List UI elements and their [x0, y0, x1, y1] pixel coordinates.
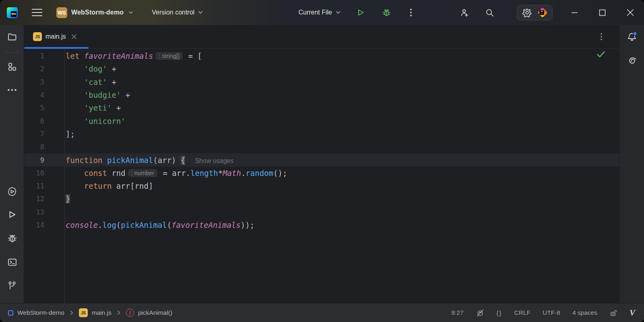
editor-options-button[interactable]	[601, 25, 602, 48]
vcs-widget[interactable]: Version control	[152, 9, 204, 16]
line-ending-widget[interactable]: CRLF	[514, 309, 530, 316]
code-token: Math	[223, 169, 241, 178]
stripe-divider	[6, 52, 19, 53]
structure-tool-button[interactable]	[4, 59, 20, 75]
code-line[interactable]: 1let favoriteAnimals: string[] = [	[24, 50, 619, 62]
code-line[interactable]: 3 'cat' +	[24, 76, 619, 89]
run-configuration-widget[interactable]: Current File	[298, 9, 341, 16]
code-text: 'budgie' +	[66, 91, 130, 99]
debug-button[interactable]	[378, 4, 394, 21]
indent-widget[interactable]: 4 spaces	[572, 309, 597, 316]
notifications-button[interactable]	[624, 29, 640, 45]
ai-assistant-logo-button[interactable]: AI—	[538, 8, 547, 17]
code-editor[interactable]: 1let favoriteAnimals: string[] = [2 'dog…	[24, 49, 619, 303]
webstorm-app-icon[interactable]: WS	[7, 7, 18, 18]
more-actions-button[interactable]	[404, 4, 418, 21]
close-tab-button[interactable]	[71, 34, 77, 39]
code-line[interactable]: 12}	[24, 192, 619, 205]
code-line[interactable]: 10 const rnd: number = arr.length*Math.r…	[24, 167, 619, 180]
code-line[interactable]: 8	[24, 140, 619, 153]
run-tool-button[interactable]	[4, 206, 20, 223]
project-icon: WS	[56, 7, 67, 18]
maximize-button[interactable]	[588, 4, 616, 21]
breadcrumb-project[interactable]: WebStorm-demo	[8, 309, 64, 316]
code-token: (arr)	[153, 156, 181, 165]
caret-position-widget[interactable]: 9:27	[451, 309, 463, 316]
run-icon	[356, 8, 365, 17]
code-token: 'cat'	[84, 78, 107, 87]
main-menu-button[interactable]	[29, 4, 45, 21]
highlighting-level-widget[interactable]	[476, 308, 485, 317]
services-tool-button[interactable]	[4, 184, 20, 200]
more-vertical-icon	[601, 33, 602, 40]
tab-main-js[interactable]: JS main.js	[24, 25, 89, 48]
line-number: 12	[24, 195, 64, 203]
code-token	[66, 117, 84, 126]
readonly-toggle-widget[interactable]	[609, 309, 617, 317]
code-line[interactable]: 11 return arr[rnd]	[24, 180, 619, 192]
code-token: ];	[66, 130, 75, 138]
line-number: 1	[24, 52, 64, 60]
run-button[interactable]	[353, 4, 369, 21]
ai-assistant-logo-text: AI—	[539, 10, 544, 15]
close-window-button[interactable]	[616, 4, 644, 21]
code-token: console	[66, 221, 98, 229]
show-usages-hint[interactable]: Show usages	[195, 157, 233, 164]
code-line[interactable]: 5 'yeti' +	[24, 101, 619, 114]
line-number: 3	[24, 78, 64, 86]
code-with-me-button[interactable]	[456, 4, 473, 21]
code-text: function pickAnimal(arr) {Show usages	[66, 156, 234, 165]
status-bar: WebStorm-demo JS main.js f pickAnimal()	[0, 303, 644, 322]
window-controls	[561, 4, 644, 21]
breadcrumb-symbol-label: pickAnimal()	[138, 309, 172, 316]
terminal-icon	[7, 257, 17, 267]
code-token: = [	[184, 52, 202, 60]
code-text: console.log(pickAnimal(favoriteAnimals))…	[66, 221, 254, 229]
ai-assistant-tool-button[interactable]	[624, 52, 640, 68]
code-text: 'unicorn'	[66, 117, 126, 126]
code-line[interactable]: 6 'unicorn'	[24, 114, 619, 127]
line-number: 11	[24, 182, 64, 190]
folder-icon	[7, 32, 17, 42]
code-line[interactable]: 2 'dog' +	[24, 62, 619, 75]
code-line[interactable]: 13	[24, 206, 619, 219]
minimize-button[interactable]	[561, 4, 588, 21]
code-line[interactable]: 4 'budgie' +	[24, 89, 619, 101]
code-line[interactable]: 14console.log(pickAnimal(favoriteAnimals…	[24, 219, 619, 231]
breadcrumb-symbol[interactable]: f pickAnimal()	[126, 309, 172, 317]
code-token: return	[84, 182, 116, 190]
code-token: (	[116, 221, 121, 229]
code-token	[66, 64, 84, 73]
code-token	[66, 91, 84, 99]
line-number: 7	[24, 130, 64, 138]
project-tool-button[interactable]	[4, 29, 20, 45]
git-tool-button[interactable]	[4, 277, 20, 293]
inspections-widget[interactable]	[597, 51, 605, 58]
debug-tool-button[interactable]	[4, 230, 20, 246]
line-number: 10	[24, 169, 64, 177]
search-everywhere-button[interactable]	[481, 4, 497, 21]
terminal-tool-button[interactable]	[4, 254, 20, 270]
ideavim-widget[interactable]: V	[630, 308, 635, 318]
encoding-widget[interactable]: UTF-8	[543, 309, 560, 316]
code-line[interactable]: 7];	[24, 128, 619, 140]
more-vertical-icon	[410, 8, 412, 17]
tab-label: main.js	[45, 33, 66, 40]
breadcrumb-file[interactable]: JS main.js	[79, 308, 111, 317]
project-widget[interactable]: WS WebStorm-demo	[56, 7, 134, 18]
line-number: 8	[24, 143, 64, 151]
settings-button[interactable]	[522, 8, 532, 18]
hamburger-icon	[32, 8, 42, 17]
editor-column: JS main.js	[24, 25, 619, 303]
settings-ai-group: AI—	[517, 5, 553, 21]
js-file-icon: JS	[33, 32, 42, 41]
more-tool-windows-button[interactable]	[4, 82, 20, 98]
code-text: }	[66, 194, 70, 203]
code-token: +	[107, 78, 116, 87]
code-token: ));	[241, 221, 254, 229]
code-token: function	[66, 156, 107, 165]
code-style-widget[interactable]: {}	[497, 310, 502, 316]
search-icon	[485, 8, 494, 17]
code-text: return arr[rnd]	[66, 182, 153, 190]
code-line[interactable]: 9function pickAnimal(arr) {Show usages	[24, 153, 619, 166]
